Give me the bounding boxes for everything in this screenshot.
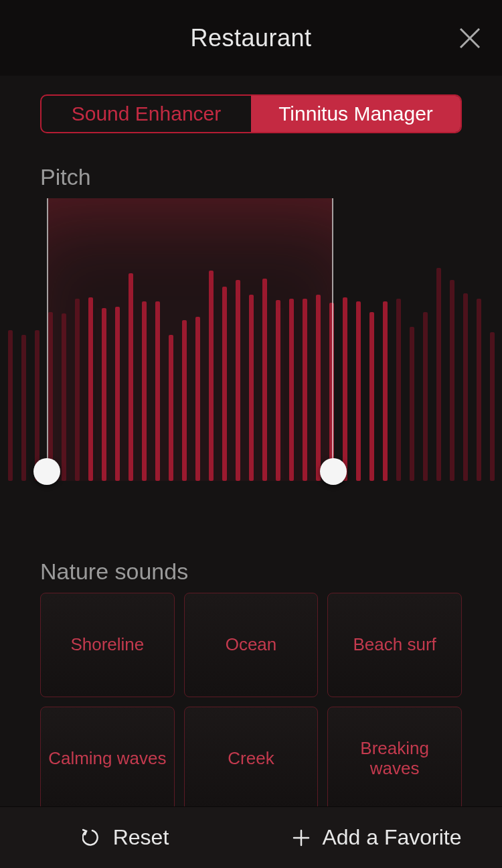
pitch-bar — [343, 297, 347, 481]
pitch-bar — [477, 299, 481, 481]
nature-sound-calming-waves[interactable]: Calming waves — [40, 707, 175, 811]
pitch-bar — [450, 280, 454, 481]
tab-label: Tinnitus Manager — [278, 102, 433, 125]
nature-sounds-grid: ShorelineOceanBeach surfCalming wavesCre… — [40, 593, 462, 811]
pitch-handle-low[interactable] — [33, 458, 60, 485]
page-title: Restaurant — [190, 24, 311, 52]
tab-sound-enhancer[interactable]: Sound Enhancer — [41, 96, 251, 132]
nature-sound-creek[interactable]: Creek — [184, 707, 319, 811]
pitch-handles — [0, 466, 502, 493]
header: Restaurant — [0, 0, 502, 76]
nature-sound-label: Calming waves — [48, 749, 166, 769]
footer-toolbar: Reset Add a Favorite — [0, 806, 502, 868]
pitch-handle-high[interactable] — [320, 458, 347, 485]
close-button[interactable] — [454, 22, 486, 54]
pitch-visualizer — [0, 198, 502, 488]
nature-sound-label: Beach surf — [353, 635, 436, 655]
active-tab-indicator-icon — [349, 132, 363, 133]
pitch-range-window[interactable] — [47, 198, 333, 481]
pitch-section-label: Pitch — [40, 164, 462, 190]
pitch-bar — [8, 330, 13, 481]
pitch-bar — [396, 299, 401, 481]
pitch-bar — [35, 330, 39, 481]
tab-label: Sound Enhancer — [72, 102, 222, 125]
pitch-bar — [21, 335, 26, 481]
tab-tinnitus-manager[interactable]: Tinnitus Manager — [251, 96, 461, 132]
nature-sound-label: Shoreline — [70, 635, 144, 655]
close-icon — [458, 26, 482, 50]
add-favorite-label: Add a Favorite — [322, 825, 461, 850]
pitch-bar — [436, 268, 441, 481]
nature-sound-ocean[interactable]: Ocean — [184, 593, 319, 697]
nature-section-label: Nature sounds — [40, 559, 462, 585]
pitch-bar — [383, 301, 388, 481]
nature-sound-label: Breaking waves — [333, 739, 456, 779]
nature-sound-breaking-waves[interactable]: Breaking waves — [327, 707, 462, 811]
pitch-bar — [369, 312, 374, 481]
mode-tabs: Sound Enhancer Tinnitus Manager — [40, 94, 462, 133]
pitch-bar — [490, 332, 495, 481]
reset-button[interactable]: Reset — [0, 825, 251, 850]
pitch-bar — [463, 293, 468, 481]
nature-sound-beach-surf[interactable]: Beach surf — [327, 593, 462, 697]
nature-sound-shoreline[interactable]: Shoreline — [40, 593, 175, 697]
pitch-bar — [423, 312, 428, 481]
pitch-bar — [356, 301, 361, 481]
reset-label: Reset — [113, 825, 169, 850]
nature-sound-label: Creek — [228, 749, 274, 769]
plus-icon — [291, 828, 311, 848]
nature-sound-label: Ocean — [226, 635, 277, 655]
content-area: Sound Enhancer Tinnitus Manager Pitch — [0, 76, 502, 190]
pitch-bar — [410, 327, 414, 481]
reset-icon — [82, 828, 102, 848]
add-favorite-button[interactable]: Add a Favorite — [251, 825, 502, 850]
nature-section: Nature sounds ShorelineOceanBeach surfCa… — [0, 509, 502, 811]
